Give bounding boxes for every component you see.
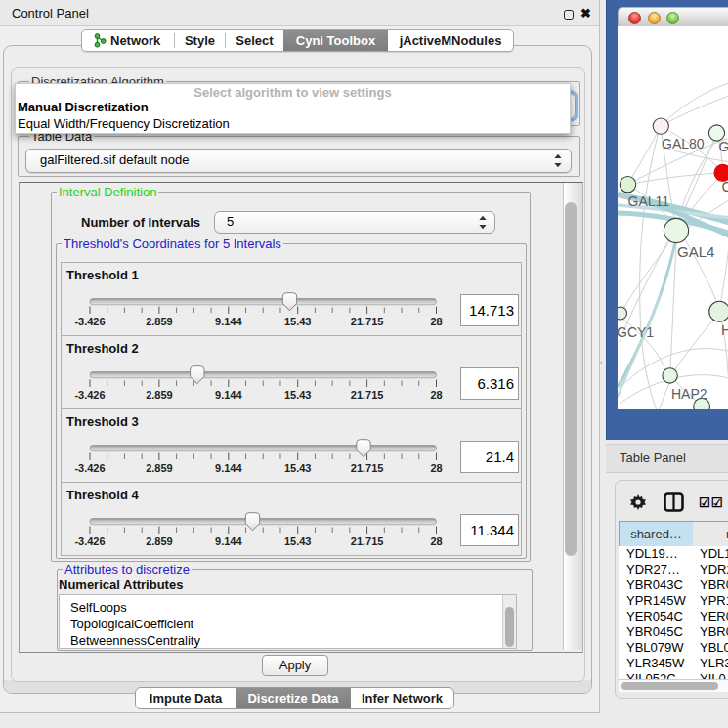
svg-text:HAP2: HAP2: [671, 386, 707, 402]
svg-text:21.715: 21.715: [351, 389, 384, 401]
svg-text:GAL4: GAL4: [677, 243, 714, 260]
svg-text:CY: CY: [722, 179, 728, 194]
svg-text:2.859: 2.859: [146, 316, 173, 327]
svg-text:15.43: 15.43: [284, 316, 312, 327]
svg-text:15.43: 15.43: [284, 462, 312, 474]
svg-text:2.859: 2.859: [146, 462, 173, 474]
svg-text:15.43: 15.43: [284, 389, 312, 401]
svg-text:HI: HI: [721, 322, 728, 338]
svg-text:-3.426: -3.426: [74, 316, 105, 327]
svg-text:GAL11: GAL11: [628, 193, 670, 209]
svg-text:21.715: 21.715: [351, 535, 384, 547]
svg-text:2.859: 2.859: [146, 535, 173, 547]
svg-text:21.715: 21.715: [351, 462, 384, 474]
svg-text:2.859: 2.859: [146, 389, 173, 401]
svg-text:9.144: 9.144: [215, 389, 242, 401]
svg-text:28: 28: [430, 535, 442, 547]
svg-text:GA: GA: [719, 139, 728, 154]
svg-text:GCY1: GCY1: [618, 324, 654, 340]
svg-text:-3.426: -3.426: [74, 535, 105, 547]
svg-text:-3.426: -3.426: [74, 462, 105, 474]
svg-text:28: 28: [430, 389, 442, 401]
svg-text:9.144: 9.144: [215, 535, 242, 547]
svg-text:-3.426: -3.426: [74, 389, 105, 401]
svg-text:9.144: 9.144: [215, 316, 242, 327]
svg-text:28: 28: [430, 462, 442, 474]
svg-text:28: 28: [430, 316, 442, 327]
svg-text:GAL80: GAL80: [662, 136, 705, 151]
svg-text:9.144: 9.144: [215, 462, 242, 474]
svg-text:15.43: 15.43: [284, 535, 312, 547]
svg-text:21.715: 21.715: [351, 316, 384, 327]
